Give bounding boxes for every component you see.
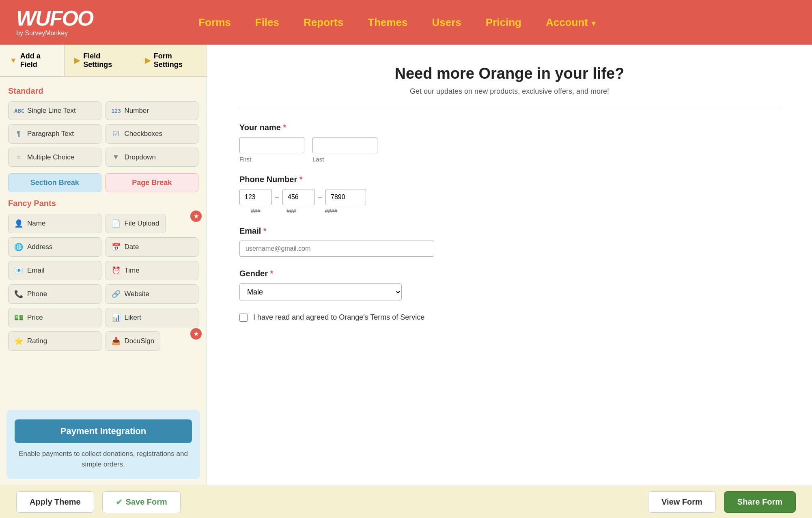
form-area: Need more Orange in your life? Get our u… [207, 45, 812, 486]
form-title: Need more Orange in your life? [239, 65, 780, 82]
field-required-name: * [283, 123, 286, 132]
phone-area-input[interactable] [239, 189, 272, 205]
tab-add-field-arrow: ▼ [10, 56, 17, 65]
field-address[interactable]: 🌐 Address [8, 237, 101, 257]
tab-add-field-label: Add a Field [20, 52, 54, 69]
tab-field-settings-arrow: ▶ [74, 56, 80, 65]
form-divider [239, 108, 780, 108]
likert-icon: 📊 [112, 313, 121, 322]
sidebar: ▼ Add a Field ▶ Field Settings ▶ Form Se… [0, 45, 207, 486]
field-price[interactable]: 💵 Price [8, 308, 101, 327]
field-file-upload[interactable]: 📄 File Upload [106, 214, 166, 233]
docusign-icon: 📥 [112, 337, 121, 346]
field-time[interactable]: ⏰ Time [106, 261, 199, 280]
field-website[interactable]: 🔗 Website [106, 284, 199, 304]
view-form-button[interactable]: View Form [648, 491, 716, 513]
payment-section: Payment Integration Enable payments to c… [6, 410, 200, 479]
tab-form-settings-label: Form Settings [154, 52, 197, 69]
payment-integration-button[interactable]: Payment Integration [15, 419, 192, 443]
phone-sublabel-area: ### [239, 208, 272, 214]
sidebar-tabs: ▼ Add a Field ▶ Field Settings ▶ Form Se… [0, 45, 207, 77]
terms-checkbox[interactable] [239, 314, 248, 322]
docusign-premium-badge: ★ [190, 328, 202, 340]
terms-label: I have read and agreed to Orange's Terms… [253, 313, 424, 322]
form-field-gender: Gender * Male Female Other Prefer not to… [239, 269, 780, 301]
field-required-email: * [263, 226, 267, 235]
apply-theme-button[interactable]: Apply Theme [16, 491, 94, 513]
form-subtitle: Get our updates on new products, exclusi… [239, 87, 780, 96]
phone-sublabels: ### ### #### [239, 208, 780, 214]
multiple-choice-icon: ○ [14, 154, 23, 161]
field-single-line[interactable]: ABC Single Line Text [8, 101, 101, 120]
tab-form-settings[interactable]: ▶ Form Settings [135, 45, 207, 76]
name-first-label: First [239, 156, 304, 163]
file-upload-premium-badge: ★ [190, 211, 202, 222]
phone-exchange-input[interactable] [282, 189, 315, 205]
field-name[interactable]: 👤 Name [8, 214, 101, 233]
date-icon: 📅 [112, 243, 121, 251]
rating-icon: ⭐ [14, 337, 23, 346]
save-form-button[interactable]: ✔ Save Form [102, 491, 181, 513]
checkboxes-icon: ☑ [112, 129, 121, 138]
field-date[interactable]: 📅 Date [106, 237, 199, 257]
field-checkboxes[interactable]: ☑ Checkboxes [106, 124, 199, 144]
nav-users[interactable]: Users [432, 16, 461, 29]
tab-field-settings-label: Field Settings [83, 52, 125, 69]
phone-sublabel-number: #### [311, 208, 351, 214]
phone-number-input[interactable] [325, 189, 366, 205]
standard-section-title: Standard [8, 86, 198, 96]
field-email[interactable]: 📧 Email [8, 261, 101, 280]
nav-reports[interactable]: Reports [304, 16, 343, 29]
field-label-email: Email * [239, 226, 780, 236]
form-field-email: Email * [239, 226, 780, 257]
tab-field-settings[interactable]: ▶ Field Settings [65, 45, 135, 76]
name-first-input[interactable] [239, 137, 304, 153]
nav-pricing[interactable]: Pricing [486, 16, 521, 29]
field-docusign[interactable]: 📥 DocuSign [106, 331, 161, 351]
tab-add-field[interactable]: ▼ Add a Field [0, 45, 65, 76]
name-last-group: Last [312, 137, 377, 163]
field-multiple-choice[interactable]: ○ Multiple Choice [8, 148, 101, 167]
field-phone[interactable]: 📞 Phone [8, 284, 101, 304]
logo-sub: by SurveyMonkey [16, 30, 93, 37]
form-field-name: Your name * First Last [239, 123, 780, 163]
share-form-button[interactable]: Share Form [724, 491, 796, 513]
form-field-phone: Phone Number * – – ### ### #### [239, 175, 780, 214]
save-check-icon: ✔ [116, 497, 123, 507]
nav-files[interactable]: Files [255, 16, 279, 29]
field-number[interactable]: 123 Number [106, 101, 199, 120]
form-field-terms: I have read and agreed to Orange's Terms… [239, 313, 780, 322]
standard-fields-grid: ABC Single Line Text 123 Number ¶ Paragr… [8, 101, 198, 167]
name-icon: 👤 [14, 219, 23, 228]
field-rating[interactable]: ⭐ Rating [8, 331, 101, 351]
fancy-section-title: Fancy Pants [8, 199, 198, 208]
email-input[interactable] [239, 241, 434, 257]
main-layout: ▼ Add a Field ▶ Field Settings ▶ Form Se… [0, 45, 812, 486]
gender-select[interactable]: Male Female Other Prefer not to say [239, 283, 402, 301]
number-icon: 123 [112, 108, 121, 114]
field-likert[interactable]: 📊 Likert [106, 308, 199, 327]
sidebar-content: Standard ABC Single Line Text 123 Number… [0, 77, 207, 403]
field-dropdown[interactable]: ▼ Dropdown [106, 148, 199, 167]
phone-dash-1: – [275, 193, 279, 202]
nav-account[interactable]: Account [546, 16, 597, 29]
tab-form-settings-arrow: ▶ [145, 56, 151, 65]
footer: Apply Theme ✔ Save Form View Form Share … [0, 486, 812, 518]
main-nav: Forms Files Reports Themes Users Pricing… [198, 16, 597, 29]
logo-area: WUFOO by SurveyMonkey [16, 8, 93, 37]
field-label-name: Your name * [239, 123, 780, 132]
header: WUFOO by SurveyMonkey Forms Files Report… [0, 0, 812, 45]
dropdown-icon: ▼ [112, 153, 121, 161]
break-fields-grid: Section Break Page Break [8, 173, 198, 192]
field-page-break[interactable]: Page Break [106, 173, 199, 192]
file-upload-wrapper: 📄 File Upload ★ [106, 214, 199, 233]
docusign-wrapper: 📥 DocuSign ★ [106, 331, 199, 351]
file-upload-icon: 📄 [112, 219, 121, 228]
name-last-input[interactable] [312, 137, 377, 153]
field-paragraph[interactable]: ¶ Paragraph Text [8, 124, 101, 144]
field-section-break[interactable]: Section Break [8, 173, 101, 192]
nav-themes[interactable]: Themes [368, 16, 407, 29]
nav-forms[interactable]: Forms [198, 16, 230, 29]
phone-inputs: – – [239, 189, 780, 205]
logo: WUFOO [16, 8, 93, 29]
